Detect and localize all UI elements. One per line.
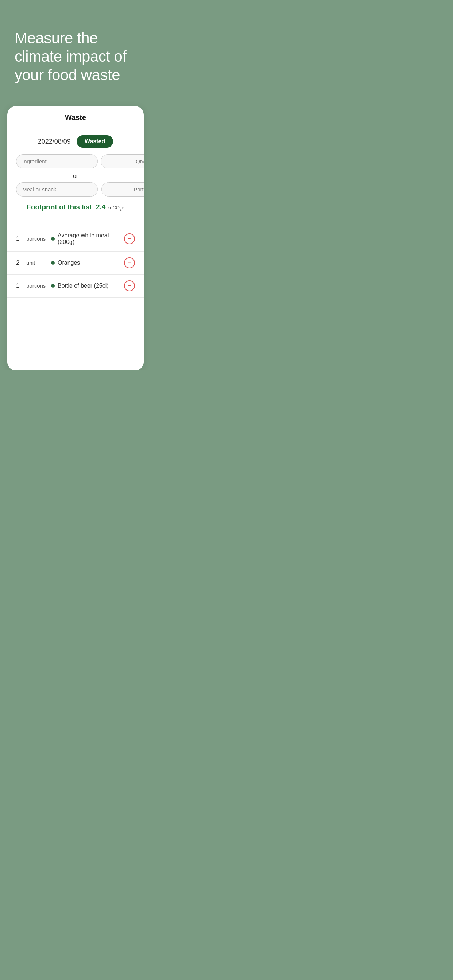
food-name-1: Oranges bbox=[57, 259, 121, 266]
meal-input-row: + bbox=[16, 182, 135, 197]
date-label: 2022/08/09 bbox=[38, 138, 71, 145]
remove-item-0-icon: − bbox=[127, 235, 132, 242]
remove-item-2-button[interactable]: − bbox=[124, 280, 135, 291]
remove-item-1-icon: − bbox=[127, 259, 132, 266]
food-dot-0 bbox=[51, 237, 55, 240]
food-item-1: 2 unit Oranges − bbox=[7, 251, 144, 275]
remove-item-0-button[interactable]: − bbox=[124, 233, 135, 244]
food-item-0: 1 portions Average white meat (200g) − bbox=[7, 226, 144, 251]
meal-input[interactable] bbox=[16, 182, 98, 197]
footprint-unit: kgCO2e bbox=[108, 205, 124, 210]
food-dot-1 bbox=[51, 261, 55, 265]
ingredient-input-row: gr + bbox=[16, 154, 135, 169]
footprint-line: Footprint of this list 2.4 kgCO2e bbox=[16, 203, 135, 212]
remove-item-1-button[interactable]: − bbox=[124, 258, 135, 268]
empty-space bbox=[7, 298, 144, 371]
food-unit-1: unit bbox=[26, 259, 48, 266]
hero-title: Measure the climate impact of your food … bbox=[14, 29, 136, 84]
food-name-2: Bottle of beer (25cl) bbox=[57, 283, 121, 289]
card-title: Waste bbox=[65, 113, 86, 121]
footprint-value: 2.4 bbox=[96, 203, 105, 211]
food-unit-2: portions bbox=[26, 283, 48, 289]
food-qty-1: 2 bbox=[16, 259, 23, 267]
card-header: Waste bbox=[7, 106, 144, 128]
portion-input[interactable] bbox=[101, 182, 144, 197]
food-unit-0: portions bbox=[26, 235, 48, 242]
date-row: 2022/08/09 Wasted bbox=[16, 135, 135, 148]
food-name-0: Average white meat (200g) bbox=[57, 232, 121, 245]
waste-card: Waste 2022/08/09 Wasted gr + or + bbox=[7, 106, 144, 371]
footprint-label: Footprint of this list 2.4 bbox=[27, 203, 107, 211]
card-body: 2022/08/09 Wasted gr + or + Footprint of… bbox=[7, 128, 144, 226]
qty-input[interactable] bbox=[100, 154, 144, 169]
food-item-2: 1 portions Bottle of beer (25cl) − bbox=[7, 275, 144, 298]
food-qty-2: 1 bbox=[16, 282, 23, 290]
or-divider: or bbox=[16, 173, 135, 180]
food-qty-0: 1 bbox=[16, 235, 23, 242]
food-dot-2 bbox=[51, 284, 55, 288]
wasted-button[interactable]: Wasted bbox=[77, 135, 113, 148]
hero-section: Measure the climate impact of your food … bbox=[0, 0, 151, 106]
remove-item-2-icon: − bbox=[127, 282, 132, 289]
food-list: 1 portions Average white meat (200g) − 2… bbox=[7, 226, 144, 298]
ingredient-input[interactable] bbox=[16, 154, 98, 169]
